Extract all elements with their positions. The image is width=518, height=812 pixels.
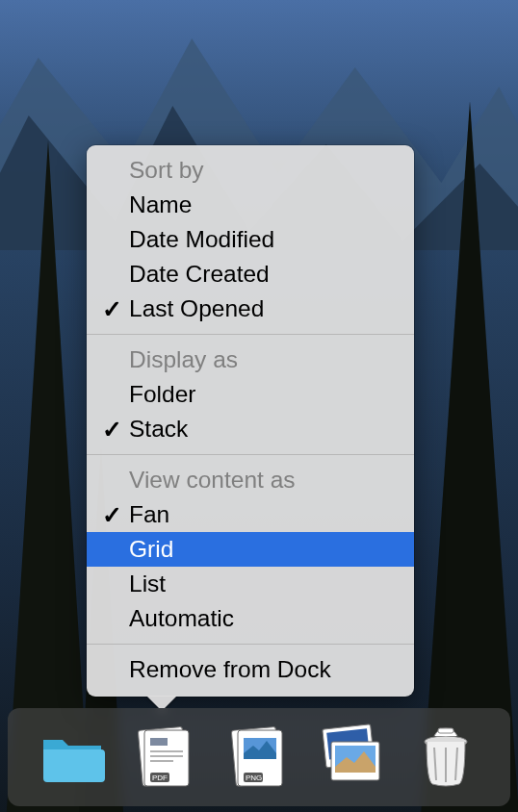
menu-item-fan[interactable]: ✓ Fan <box>87 497 414 532</box>
menu-separator <box>87 334 414 335</box>
dock-item-image-stack[interactable] <box>314 719 391 796</box>
menu-item-label: Fan <box>129 501 397 528</box>
menu-item-automatic[interactable]: Automatic <box>87 601 414 636</box>
folder-icon <box>38 723 107 792</box>
menu-item-label: Remove from Dock <box>129 656 397 683</box>
svg-rect-23 <box>438 728 453 733</box>
svg-text:PDF: PDF <box>152 774 168 782</box>
menu-header-sort-by: Sort by <box>87 153 414 188</box>
menu-item-label: Date Created <box>129 261 397 288</box>
checkmark-icon: ✓ <box>100 416 123 444</box>
menu-header-label: Display as <box>129 346 397 373</box>
pdf-stack-icon: PDF <box>131 723 200 792</box>
menu-item-label: Automatic <box>129 605 397 632</box>
trash-icon <box>411 723 480 792</box>
menu-header-label: View content as <box>129 467 397 494</box>
dock-item-png-stack[interactable]: PNG <box>220 719 298 796</box>
menu-header-display-as: Display as <box>87 343 414 377</box>
menu-item-label: Last Opened <box>129 295 397 322</box>
checkmark-icon: ✓ <box>100 501 123 529</box>
menu-item-list[interactable]: List <box>87 567 414 601</box>
png-stack-icon: PNG <box>224 723 294 792</box>
menu-item-label: Grid <box>129 536 397 563</box>
menu-item-stack[interactable]: ✓ Stack <box>87 412 414 446</box>
menu-item-folder[interactable]: Folder <box>87 377 414 412</box>
menu-item-date-modified[interactable]: Date Modified <box>87 222 414 257</box>
menu-item-label: Folder <box>129 381 397 408</box>
svg-rect-4 <box>150 738 168 746</box>
menu-item-grid[interactable]: Grid <box>87 532 414 567</box>
dock-context-menu: Sort by Name Date Modified Date Created … <box>87 145 414 697</box>
menu-item-remove-from-dock[interactable]: Remove from Dock <box>87 652 414 687</box>
svg-text:PNG: PNG <box>246 774 262 782</box>
menu-item-label: Stack <box>129 416 397 443</box>
dock-item-trash[interactable] <box>407 719 484 796</box>
menu-header-label: Sort by <box>129 157 397 184</box>
menu-separator <box>87 644 414 645</box>
menu-header-view-content-as: View content as <box>87 463 414 497</box>
dock-item-folder[interactable] <box>34 719 111 796</box>
dock-item-pdf-stack[interactable]: PDF <box>127 719 204 796</box>
menu-item-label: Date Modified <box>129 226 397 253</box>
image-stack-icon <box>318 723 387 792</box>
checkmark-icon: ✓ <box>100 295 123 323</box>
menu-separator <box>87 454 414 455</box>
menu-item-last-opened[interactable]: ✓ Last Opened <box>87 292 414 326</box>
dock: PDF PNG <box>8 708 510 806</box>
menu-item-date-created[interactable]: Date Created <box>87 257 414 292</box>
menu-item-label: Name <box>129 191 397 218</box>
menu-item-label: List <box>129 571 397 597</box>
menu-item-name[interactable]: Name <box>87 188 414 222</box>
